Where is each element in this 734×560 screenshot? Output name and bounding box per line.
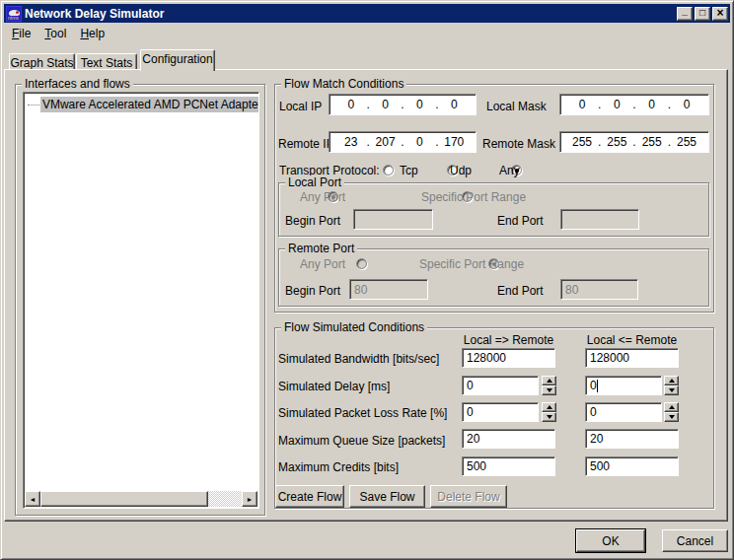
tab-configuration[interactable]: Configuration	[140, 49, 215, 71]
radio-tcp[interactable]	[383, 165, 394, 175]
tree-branch-line	[28, 105, 39, 105]
remote-mask-field[interactable]: 255. 255. 255. 255	[559, 131, 709, 153]
delay-field-out[interactable]: 0	[462, 376, 539, 395]
scroll-right-button[interactable]: ►	[242, 491, 257, 507]
spin-down-button[interactable]	[664, 412, 679, 422]
delay-spinner-out	[542, 376, 556, 395]
maximize-button[interactable]: □	[695, 7, 710, 21]
local-ip-field[interactable]: 0. 0. 0. 0	[329, 94, 477, 115]
local-end-port-field	[560, 209, 639, 230]
credits-field-out[interactable]: 500	[462, 456, 555, 476]
remote-any-port-label: Any Port	[300, 257, 345, 271]
remote-mask-label: Remote Mask	[482, 137, 555, 151]
tab-text-stats[interactable]: Text Stats	[76, 53, 137, 70]
menu-file[interactable]: File	[5, 25, 37, 42]
flow-match-group-label: Flow Match Conditions	[281, 77, 406, 91]
save-flow-button[interactable]: Save Flow	[349, 485, 425, 508]
radio-tcp-label[interactable]: Tcp	[400, 164, 418, 177]
local-end-port-label: End Port	[497, 214, 544, 228]
spin-up-button[interactable]	[664, 376, 679, 385]
remote-begin-port-label: Begin Port	[285, 284, 340, 298]
arrow-up-icon	[669, 379, 675, 383]
text-caret	[597, 380, 598, 392]
radio-udp-label[interactable]: Udp	[450, 164, 472, 177]
credits-label: Maximum Credits [bits]	[278, 460, 399, 474]
queue-field-out[interactable]: 20	[462, 429, 555, 449]
local-port-group-label: Local Port	[285, 175, 344, 189]
scroll-left-icon: ◄	[30, 496, 37, 503]
queue-field-in[interactable]: 20	[585, 429, 679, 449]
tab-graph-stats[interactable]: Graph Stats	[9, 53, 75, 70]
spin-down-button[interactable]	[542, 412, 556, 422]
tree-hscrollbar-thumb[interactable]	[40, 491, 208, 507]
local-begin-port-field	[353, 209, 433, 230]
local-mask-field[interactable]: 0. 0. 0. 0	[559, 94, 709, 115]
flow-sim-group-label: Flow Simulated Conditions	[281, 320, 427, 334]
local-specific-port-label: Specific Port Range	[421, 190, 526, 204]
menu-bar: File Tool Help	[5, 24, 111, 42]
cancel-button[interactable]: Cancel	[662, 529, 728, 552]
spin-up-button[interactable]	[664, 402, 679, 412]
col-header-remote-to-local: Local <= Remote	[585, 333, 679, 347]
arrow-down-icon	[669, 388, 675, 392]
close-button[interactable]: ×	[712, 7, 728, 21]
queue-size-label: Maximum Queue Size [packets]	[278, 434, 445, 448]
tree-item-adapter[interactable]: VMware Accelerated AMD PCNet Adapte	[26, 97, 258, 112]
remote-end-port-label: End Port	[497, 284, 544, 298]
delay-label: Simulated Delay [ms]	[278, 380, 390, 393]
local-mask-label: Local Mask	[486, 100, 547, 113]
scroll-left-button[interactable]: ◄	[25, 491, 40, 507]
interfaces-group-label: Interfaces and flows	[22, 77, 133, 91]
loss-field-in[interactable]: 0	[585, 402, 662, 422]
loss-spinner-in	[664, 402, 679, 422]
radio-any-label[interactable]: Any	[499, 164, 520, 177]
menu-tool[interactable]: Tool	[37, 25, 73, 42]
remote-begin-port-field: 80	[349, 279, 428, 300]
bandwidth-field-in[interactable]: 128000	[585, 348, 679, 368]
loss-spinner-out	[542, 402, 556, 422]
title-bar: ntms Network Delay Simulator _ □ ×	[4, 4, 730, 23]
arrow-up-icon	[669, 405, 675, 409]
app-icon: ntms	[6, 6, 22, 22]
arrow-down-icon	[547, 415, 552, 419]
remote-ip-field[interactable]: 23. 207. 0. 170	[329, 131, 477, 153]
bandwidth-field-out[interactable]: 128000	[462, 348, 555, 368]
scroll-right-icon: ►	[247, 496, 254, 503]
spin-up-button[interactable]	[542, 376, 556, 385]
close-icon: ×	[716, 6, 723, 20]
local-ip-label: Local IP	[279, 100, 322, 113]
spin-up-button[interactable]	[542, 402, 556, 412]
remote-specific-port-label: Specific Port Range	[419, 257, 524, 271]
window-title: Network Delay Simulator	[25, 7, 677, 21]
maximize-icon: □	[699, 7, 705, 18]
delete-flow-button: Delete Flow	[430, 485, 507, 508]
col-header-local-to-remote: Local => Remote	[462, 333, 555, 347]
delay-field-in[interactable]: 0	[585, 376, 662, 395]
arrow-up-icon	[547, 379, 552, 383]
minimize-button[interactable]: _	[677, 7, 693, 21]
arrow-up-icon	[547, 405, 552, 409]
remote-any-port-radio	[356, 258, 367, 269]
arrow-down-icon	[547, 388, 552, 392]
ok-button[interactable]: OK	[576, 529, 645, 552]
delay-spinner-in	[664, 376, 679, 395]
tree-item-label: VMware Accelerated AMD PCNet Adapte	[40, 97, 258, 112]
spin-down-button[interactable]	[542, 385, 556, 395]
loss-field-out[interactable]: 0	[462, 402, 539, 422]
local-begin-port-label: Begin Port	[285, 214, 340, 228]
remote-end-port-field: 80	[560, 279, 638, 300]
bandwidth-label: Simulated Bandwidth [bits/sec]	[278, 352, 439, 366]
loss-rate-label: Simulated Packet Loss Rate [%]	[278, 406, 447, 420]
app-window: ntms Network Delay Simulator _ □ × File …	[0, 0, 734, 560]
credits-field-in[interactable]: 500	[585, 456, 679, 476]
menu-help[interactable]: Help	[73, 25, 111, 42]
remote-ip-label: Remote IP	[278, 137, 334, 151]
minimize-icon: _	[682, 5, 688, 16]
interfaces-tree: VMware Accelerated AMD PCNet Adapte ◄ ►	[23, 92, 259, 509]
local-any-port-label: Any Port	[300, 190, 345, 204]
spin-down-button[interactable]	[664, 385, 679, 395]
create-flow-button[interactable]: Create Flow	[275, 485, 344, 508]
arrow-down-icon	[669, 415, 675, 419]
remote-port-group-label: Remote Port	[285, 242, 357, 255]
